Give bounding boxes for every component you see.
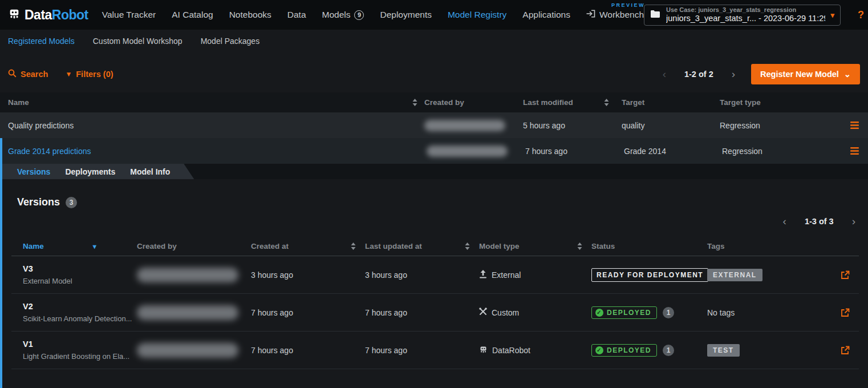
open-version-external-link-icon[interactable] <box>841 308 850 317</box>
status-badge-ready: READY FOR DEPLOYMENT <box>591 268 708 282</box>
model-type-value: Custom <box>492 308 519 317</box>
model-detail-panel: Versions Deployments Model Info Versions… <box>0 164 868 388</box>
updated-at-value: 7 hours ago <box>365 346 407 355</box>
sort-created-at-icon[interactable] <box>351 242 356 250</box>
tab-versions[interactable]: Versions <box>17 167 50 176</box>
vheader-tags[interactable]: Tags <box>707 242 725 250</box>
version-row-v2[interactable]: V2 Scikit-Learn Anomaly Detection... 7 h… <box>11 294 859 332</box>
datarobot-logo[interactable]: DataRobot <box>8 7 88 23</box>
target-value: Grade 2014 <box>624 147 666 156</box>
updated-at-value: 7 hours ago <box>365 308 407 317</box>
preview-label: PREVIEW <box>611 2 645 8</box>
register-new-model-button[interactable]: Register New Model ⌄ <box>751 64 860 84</box>
row-menu-icon[interactable] <box>850 147 859 155</box>
use-case-label: Use Case: juniors_3_year_stats_regressio… <box>666 6 825 14</box>
sort-last-modified-icon[interactable] <box>604 99 609 106</box>
versions-page-range: 1-3 of 3 <box>805 217 834 226</box>
nav-item-data[interactable]: Data <box>287 10 306 20</box>
check-icon: ✓ <box>595 309 603 317</box>
vheader-status[interactable]: Status <box>591 242 615 250</box>
version-label: V2 <box>23 302 132 312</box>
target-type-value: Regression <box>722 147 762 156</box>
use-case-selector[interactable]: Use Case: juniors_3_year_stats_regressio… <box>644 5 841 26</box>
header-name[interactable]: Name <box>8 98 29 107</box>
model-name[interactable]: Quality predictions <box>8 121 74 130</box>
created-at-value: 3 hours ago <box>251 270 293 280</box>
nav-item-models[interactable]: Models 9 <box>322 10 364 20</box>
versions-heading: Versions 3 <box>2 179 868 208</box>
created-by-redacted <box>137 343 238 358</box>
nav-item-notebooks[interactable]: Notebooks <box>229 10 271 20</box>
model-row-quality-predictions[interactable]: Quality predictions 5 hours ago quality … <box>0 112 868 138</box>
versions-page-prev-icon[interactable]: ‹ <box>783 215 786 228</box>
versions-page-next-icon[interactable]: › <box>852 215 855 228</box>
nav-item-model-registry[interactable]: Model Registry <box>448 10 506 20</box>
version-label: V1 <box>23 340 129 349</box>
tag-badge: EXTERNAL <box>707 269 762 281</box>
sort-name-icon[interactable] <box>412 99 417 106</box>
header-target-type[interactable]: Target type <box>720 98 761 107</box>
versions-count-badge: 3 <box>66 197 77 208</box>
use-case-texts: Use Case: juniors_3_year_stats_regressio… <box>666 6 825 23</box>
sort-name-active-icon[interactable]: ▾ <box>93 242 96 250</box>
workbench-enter-icon <box>586 10 595 20</box>
search-icon <box>8 69 17 79</box>
vheader-name[interactable]: Name <box>23 242 44 250</box>
model-row-grade-2014-predictions[interactable]: Grade 2014 predictions 7 hours ago Grade… <box>0 138 868 164</box>
created-by-redacted <box>137 305 238 320</box>
header-last-modified[interactable]: Last modified <box>523 98 573 107</box>
logo-wordmark: DataRobot <box>25 7 88 23</box>
page-prev-icon[interactable]: ‹ <box>663 68 666 80</box>
nav-item-value-tracker[interactable]: Value Tracker <box>102 10 156 20</box>
open-version-external-link-icon[interactable] <box>841 346 850 355</box>
created-by-redacted <box>137 268 238 282</box>
sort-model-type-icon[interactable] <box>577 242 582 250</box>
version-subtitle: External Model <box>23 277 72 286</box>
primary-nav: Value Tracker AI Catalog Notebooks Data … <box>102 10 644 20</box>
tab-deployments[interactable]: Deployments <box>65 167 115 176</box>
status-badge-deployed: ✓ DEPLOYED <box>591 306 657 319</box>
versions-table-header: Name ▾ Created by Created at Last update… <box>11 237 859 256</box>
subnav-model-packages[interactable]: Model Packages <box>201 37 260 46</box>
open-version-external-link-icon[interactable] <box>841 270 850 280</box>
filters-button[interactable]: ▼ Filters (0) <box>65 70 113 79</box>
version-row-v1[interactable]: V1 Light Gradient Boosting on Ela... 7 h… <box>11 332 859 369</box>
nav-item-workbench[interactable]: PREVIEW Workbench <box>586 10 644 20</box>
subnav-registered-models[interactable]: Registered Models <box>8 37 75 46</box>
no-tags-label: No tags <box>707 308 735 317</box>
detail-tabbar: Versions Deployments Model Info <box>2 164 868 179</box>
top-navigation-bar: DataRobot Value Tracker AI Catalog Noteb… <box>0 0 868 30</box>
header-created-by[interactable]: Created by <box>424 98 464 107</box>
version-label: V3 <box>23 264 72 274</box>
versions-table: Name ▾ Created by Created at Last update… <box>11 237 859 369</box>
vheader-model-type[interactable]: Model type <box>479 242 520 250</box>
sort-last-updated-icon[interactable] <box>465 242 470 250</box>
version-row-v3[interactable]: V3 External Model 3 hours ago 3 hours ag… <box>11 256 859 294</box>
help-icon[interactable]: ? <box>858 9 864 21</box>
nav-item-applications[interactable]: Applications <box>522 10 570 20</box>
version-subtitle: Light Gradient Boosting on Ela... <box>23 352 129 361</box>
nav-item-deployments[interactable]: Deployments <box>380 10 431 20</box>
custom-model-tools-icon <box>479 308 487 317</box>
model-name[interactable]: Grade 2014 predictions <box>8 147 91 156</box>
registry-subnav: Registered Models Custom Model Workshop … <box>0 30 868 52</box>
version-subtitle: Scikit-Learn Anomaly Detection... <box>23 314 132 324</box>
row-menu-icon[interactable] <box>850 122 859 129</box>
page-next-icon[interactable]: › <box>732 68 735 80</box>
vheader-last-updated-at[interactable]: Last updated at <box>365 242 422 250</box>
last-modified-value: 5 hours ago <box>523 121 565 130</box>
subnav-custom-model-workshop[interactable]: Custom Model Workshop <box>93 37 182 46</box>
header-target[interactable]: Target <box>622 98 644 107</box>
vheader-created-by[interactable]: Created by <box>137 242 177 250</box>
robot-logo-icon <box>8 7 21 22</box>
models-pagination: ‹ 1-2 of 2 › <box>663 68 735 80</box>
vheader-created-at[interactable]: Created at <box>251 242 289 250</box>
tab-model-info[interactable]: Model Info <box>130 167 170 176</box>
status-badge-deployed: ✓ DEPLOYED <box>591 344 657 357</box>
nav-item-ai-catalog[interactable]: AI Catalog <box>172 10 213 20</box>
search-button[interactable]: Search <box>8 69 48 79</box>
use-case-value: juniors_3_year_stats_r... - 2023-06-29 1… <box>666 14 825 23</box>
target-type-value: Regression <box>720 121 760 130</box>
models-page-range: 1-2 of 2 <box>684 70 713 79</box>
use-case-caret-icon: ▾ <box>831 11 835 19</box>
